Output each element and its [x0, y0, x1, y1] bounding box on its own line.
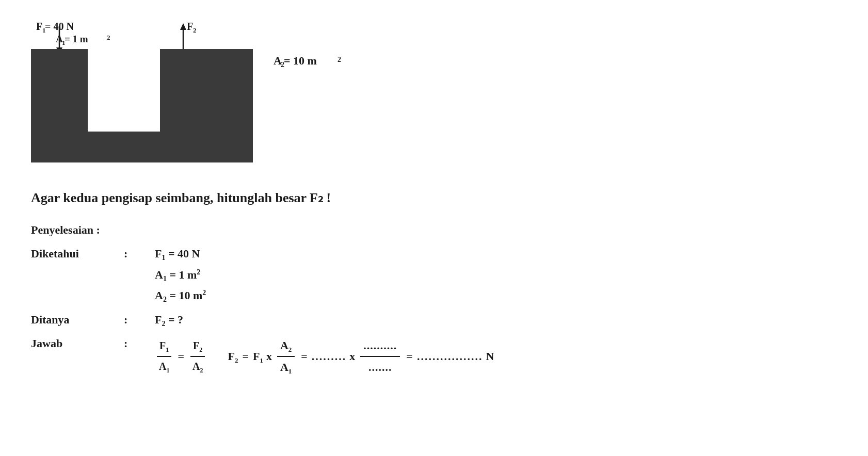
svg-text:2: 2 — [337, 56, 341, 63]
diketahui-val-2: A1 = 1 m2 — [155, 265, 206, 286]
jawab-row: Jawab : F1 A1 = F2 A2 — [31, 333, 837, 378]
svg-rect-20 — [88, 54, 160, 132]
ditanya-row: Ditanya : F2 = ? — [31, 310, 837, 331]
ditanya-value: F2 = ? — [155, 310, 183, 331]
fraction-blank: .......... ....... — [360, 335, 400, 377]
jawab-content: F1 A1 = F2 A2 F2 = F1 x A2 — [155, 333, 494, 378]
blank-dots-numerator: .......... — [360, 335, 400, 357]
svg-text:2: 2 — [193, 26, 197, 34]
fraction-denominator-a2: A2 — [190, 357, 205, 377]
svg-text:2: 2 — [107, 34, 110, 41]
blank-dots-1: ......... — [312, 346, 347, 367]
fraction-f2-a2: F2 A2 — [190, 336, 205, 376]
diketahui-values: F1 = 40 N A1 = 1 m2 A2 = 10 m2 — [155, 243, 206, 306]
svg-text:F: F — [36, 21, 42, 32]
equals-sign-1: = — [178, 346, 184, 367]
diketahui-val-3: A2 = 10 m2 — [155, 285, 206, 306]
fraction-denominator-a1: A1 — [157, 357, 171, 377]
diketahui-val-1: F1 = 40 N — [155, 243, 206, 265]
equals-sign-2: = — [242, 346, 249, 367]
blank-dots-denominator: ....... — [365, 357, 395, 378]
formula-f1-right: F1 — [253, 346, 263, 367]
hydraulic-diagram: F 1 = 40 N A 1 = 1 m 2 F 2 A 2 = 10 m 2 — [31, 21, 392, 170]
solution-block: Penyelesaian : Diketahui : F1 = 40 N A1 … — [31, 220, 837, 377]
svg-text:= 40 N: = 40 N — [45, 21, 74, 32]
equals-sign-4: = — [406, 346, 413, 367]
fraction-numerator-f2: F2 — [190, 336, 205, 357]
ditanya-colon: : — [124, 310, 155, 330]
diketahui-colon: : — [124, 243, 155, 264]
formula-n-unit: N — [486, 346, 494, 367]
fraction-numerator-f1: F1 — [157, 336, 171, 357]
jawab-colon: : — [124, 333, 155, 354]
formula-x1: x — [266, 346, 272, 367]
svg-rect-22 — [160, 49, 253, 57]
svg-rect-19 — [31, 132, 253, 162]
formula-fraction-left: F1 A1 = F2 A2 — [155, 336, 207, 376]
equals-sign-3: = — [301, 346, 308, 367]
formula-f2: F2 — [228, 346, 238, 367]
penyelesaian-row: Penyelesaian : — [31, 220, 837, 240]
fraction-f1-a1: F1 A1 — [157, 336, 171, 376]
fraction-a2-numerator: A2 — [277, 335, 295, 357]
diketahui-row: Diketahui : F1 = 40 N A1 = 1 m2 A2 = 10 … — [31, 243, 837, 306]
fraction-a2-a1: A2 A1 — [277, 335, 295, 378]
question-label: Agar kedua pengisap seimbang, hitunglah … — [31, 190, 331, 205]
ditanya-label: Ditanya — [31, 310, 124, 330]
penyelesaian-label: Penyelesaian : — [31, 220, 124, 240]
svg-rect-21 — [31, 49, 88, 57]
formula-x2: x — [349, 346, 355, 367]
svg-text:= 1 m: = 1 m — [65, 34, 88, 44]
fraction-a1-denominator: A1 — [277, 357, 295, 378]
svg-text:F: F — [187, 21, 193, 32]
blank-dots-2: ................. — [417, 346, 483, 367]
jawab-formula-area: F1 A1 = F2 A2 F2 = F1 x A2 — [155, 335, 494, 378]
diketahui-label: Diketahui — [31, 243, 124, 264]
question-text: Agar kedua pengisap seimbang, hitunglah … — [31, 189, 837, 207]
jawab-label: Jawab — [31, 333, 124, 354]
diagram-section: F 1 = 40 N A 1 = 1 m 2 F 2 A 2 = 10 m 2 — [31, 21, 837, 173]
svg-text:= 10 m: = 10 m — [284, 54, 317, 67]
formula-right: F2 = F1 x A2 A1 = ......... x ..........… — [228, 335, 494, 378]
svg-marker-10 — [180, 23, 186, 30]
